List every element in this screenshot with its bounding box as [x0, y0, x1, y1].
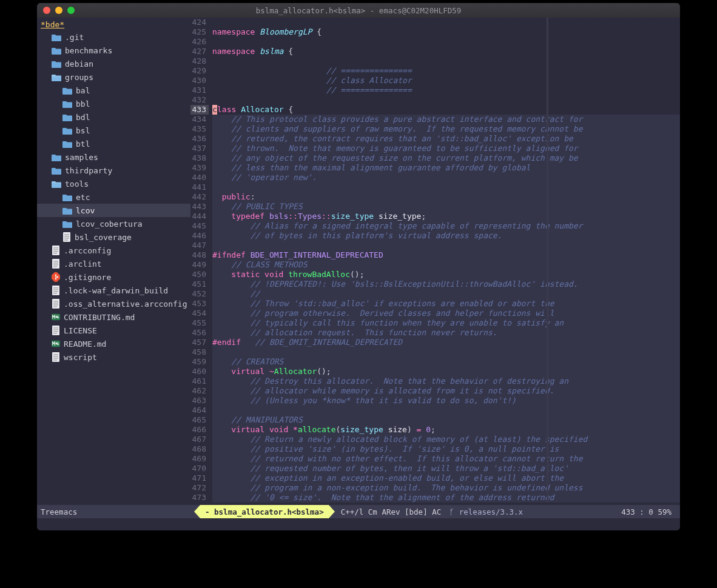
token-cmt: // positive 'size' (in bytes). If 'size'…: [251, 444, 559, 453]
code-line[interactable]: static void throwBadAlloc();: [212, 270, 680, 279]
tree-folder-bbl[interactable]: bbl: [37, 97, 190, 110]
code-line[interactable]: [212, 95, 680, 105]
code-line[interactable]: // CLASS METHODS: [212, 260, 680, 270]
code-line[interactable]: // less than the maximal alignment guara…: [212, 163, 680, 173]
code-line[interactable]: // thrown. Note that memory is guarantee…: [212, 144, 680, 153]
tree-folder-etc[interactable]: etc: [37, 190, 190, 204]
code-line[interactable]: // CREATORS: [212, 357, 680, 367]
code-line[interactable]: // allocator while memory is allocated f…: [212, 386, 680, 396]
tree-file--lock-waf-darwin-build[interactable]: .lock-waf_darwin_build: [37, 284, 190, 297]
code-line[interactable]: // any object of the requested size on t…: [212, 153, 680, 163]
code-line[interactable]: class Allocator {: [212, 105, 680, 115]
token-punct: {: [284, 105, 294, 114]
code-line[interactable]: // Throw 'std::bad_alloc' if exceptions …: [212, 299, 680, 309]
code-line[interactable]: #ifndef BDE_OMIT_INTERNAL_DEPRECATED: [212, 250, 680, 260]
code-line[interactable]: // program in a non-exception build. The…: [212, 483, 680, 493]
token-punct: [212, 318, 251, 327]
code-line[interactable]: //: [212, 289, 680, 299]
code-line[interactable]: // (Unless you *know* that it is valid t…: [212, 396, 680, 406]
fill-column-indicator: [547, 95, 548, 105]
line-number: 468: [190, 444, 209, 454]
treemacs-sidebar[interactable]: *bde* .gitbenchmarksdebiangroupsbalbblbd…: [37, 18, 190, 505]
tree-file-readme-md[interactable]: README.md: [37, 337, 190, 350]
code-line[interactable]: [212, 37, 680, 47]
code-line[interactable]: // of bytes in this platform's virtual a…: [212, 231, 680, 241]
code-line[interactable]: typedef bsls::Types::size_type size_type…: [212, 212, 680, 221]
code-line[interactable]: // Destroy this allocator. Note that the…: [212, 376, 680, 386]
code-line[interactable]: #endif // BDE_OMIT_INTERNAL_DEPRECATED: [212, 338, 680, 347]
code-line[interactable]: // ===============: [212, 66, 680, 76]
code-line[interactable]: // ===============: [212, 85, 680, 95]
tree-folder-benchmarks[interactable]: benchmarks: [37, 44, 190, 57]
tree-file-wscript[interactable]: wscript: [37, 350, 190, 364]
code-line[interactable]: // program otherwise. Derived classes an…: [212, 309, 680, 318]
tree-folder-bsl[interactable]: bsl: [37, 124, 190, 137]
code-line[interactable]: // This protocol class provides a pure a…: [212, 115, 680, 124]
code-line[interactable]: [212, 18, 680, 27]
tree-file--oss-alternative-arcconfig[interactable]: .oss_alternative.arcconfig: [37, 297, 190, 310]
tree-folder-samples[interactable]: samples: [37, 150, 190, 164]
code-line[interactable]: // positive 'size' (in bytes). If 'size'…: [212, 444, 680, 454]
tree-folder-lcov[interactable]: lcov: [37, 204, 190, 217]
tree-file-contributing-md[interactable]: CONTRIBUTING.md: [37, 310, 190, 324]
tree-folder-btl[interactable]: btl: [37, 137, 190, 150]
titlebar[interactable]: bslma_allocator.h<bslma> - emacs@C02M20H…: [37, 3, 680, 18]
modeline-editor: - bslma_allocator.h<bslma> C++/l Cm ARev…: [190, 505, 680, 518]
code-line[interactable]: // Alias for a signed integral type capa…: [212, 221, 680, 231]
tree-folder-bal[interactable]: bal: [37, 84, 190, 97]
svg-rect-19: [52, 286, 59, 295]
code-line[interactable]: namespace bslma {: [212, 47, 680, 56]
maximize-button[interactable]: [67, 7, 75, 14]
code-line[interactable]: [212, 241, 680, 250]
tree-file--gitignore[interactable]: .gitignore: [37, 270, 190, 284]
code-line[interactable]: // allocation request. This function nev…: [212, 328, 680, 338]
code-line[interactable]: // clients and suppliers of raw memory. …: [212, 124, 680, 134]
tree-folder-lcov-cobertura[interactable]: lcov_cobertura: [37, 217, 190, 230]
tree-folder-thirdparty[interactable]: thirdparty: [37, 164, 190, 177]
document-icon: [52, 286, 60, 295]
tree-folder-tools[interactable]: tools: [37, 177, 190, 190]
code-line[interactable]: // 'operator new'.: [212, 173, 680, 182]
code-line[interactable]: [212, 406, 680, 415]
minimize-button[interactable]: [55, 7, 62, 14]
token-punct: [264, 367, 269, 376]
code-line[interactable]: namespace BloombergLP {: [212, 27, 680, 37]
code-line[interactable]: [212, 347, 680, 357]
line-number: 444: [190, 212, 209, 221]
code-line[interactable]: public:: [212, 192, 680, 202]
code-editor[interactable]: 4244254264274284294304314324334344354364…: [190, 18, 680, 505]
code-line[interactable]: // '0 <= size'. Note that the alignment …: [212, 493, 680, 503]
tree-file-bsl-coverage[interactable]: bsl_coverage: [37, 230, 190, 244]
tree-file--arcconfig[interactable]: .arcconfig: [37, 244, 190, 257]
line-number: 439: [190, 163, 209, 173]
tree-folder-bdl[interactable]: bdl: [37, 110, 190, 124]
echo-area[interactable]: [37, 518, 680, 530]
code-line[interactable]: // PUBLIC TYPES: [212, 202, 680, 212]
line-number: 470: [190, 464, 209, 473]
code-area[interactable]: namespace BloombergLP {namespace bslma {…: [212, 18, 680, 505]
code-line[interactable]: // returned, the contract requires that …: [212, 134, 680, 144]
fill-column-indicator: [547, 182, 548, 192]
close-button[interactable]: [43, 7, 50, 14]
code-line[interactable]: // !DEPRECATED!: Use 'bsls::BslException…: [212, 279, 680, 289]
fill-column-indicator: [547, 241, 548, 250]
code-line[interactable]: // class Allocator: [212, 76, 680, 85]
code-line[interactable]: // requested number of bytes, then it wi…: [212, 464, 680, 473]
code-line[interactable]: [212, 182, 680, 192]
code-line[interactable]: [212, 56, 680, 66]
token-punct: [212, 85, 326, 95]
tree-folder--git[interactable]: .git: [37, 30, 190, 44]
tree-file-license[interactable]: LICENSE: [37, 324, 190, 337]
code-line[interactable]: // MANIPULATORS: [212, 415, 680, 425]
code-line[interactable]: // Return a newly allocated block of mem…: [212, 435, 680, 444]
code-line[interactable]: virtual ~Allocator();: [212, 367, 680, 376]
token-punct: [241, 338, 255, 347]
code-line[interactable]: // typically call this function when the…: [212, 318, 680, 328]
tree-folder-debian[interactable]: debian: [37, 57, 190, 70]
tree-folder-groups[interactable]: groups: [37, 70, 190, 84]
code-line[interactable]: // returned with no other effect. If thi…: [212, 454, 680, 464]
tree-root[interactable]: *bde*: [37, 19, 190, 30]
code-line[interactable]: virtual void *allocate(size_type size) =…: [212, 425, 680, 435]
tree-file--arclint[interactable]: .arclint: [37, 257, 190, 270]
code-line[interactable]: // exception in an exception-enabled bui…: [212, 473, 680, 483]
